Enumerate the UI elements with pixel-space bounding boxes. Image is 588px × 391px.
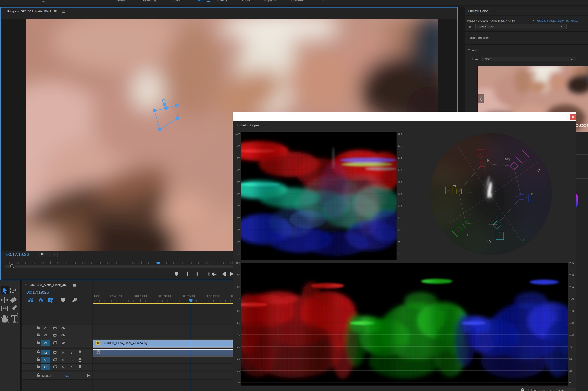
- svg-text:Yl: Yl: [453, 184, 456, 188]
- svg-text:0.0: 0.0: [65, 374, 70, 377]
- svg-text:V1: V1: [44, 341, 47, 345]
- svg-text:M: M: [62, 358, 64, 362]
- svg-text:R: R: [487, 159, 490, 162]
- svg-text:O.COM: O.COM: [575, 123, 588, 128]
- svg-text:A2: A2: [44, 358, 47, 362]
- svg-text:Master: Master: [42, 374, 51, 377]
- svg-text:A3: A3: [44, 366, 47, 369]
- svg-text:S: S: [71, 359, 73, 362]
- svg-text:G: G: [467, 233, 470, 237]
- svg-text:S: S: [71, 351, 73, 354]
- svg-text:V2: V2: [44, 334, 47, 337]
- svg-text:M: M: [62, 366, 64, 369]
- svg-text:B: B: [531, 192, 533, 196]
- svg-text:A1: A1: [44, 351, 47, 354]
- svg-text:Q: Q: [537, 169, 540, 172]
- svg-text:Cy: Cy: [488, 239, 492, 243]
- svg-text:V3: V3: [44, 327, 47, 330]
- svg-text:-i: -i: [522, 238, 524, 242]
- svg-text:S: S: [71, 366, 73, 369]
- svg-text:Mg: Mg: [505, 157, 510, 161]
- svg-text:M: M: [62, 351, 64, 354]
